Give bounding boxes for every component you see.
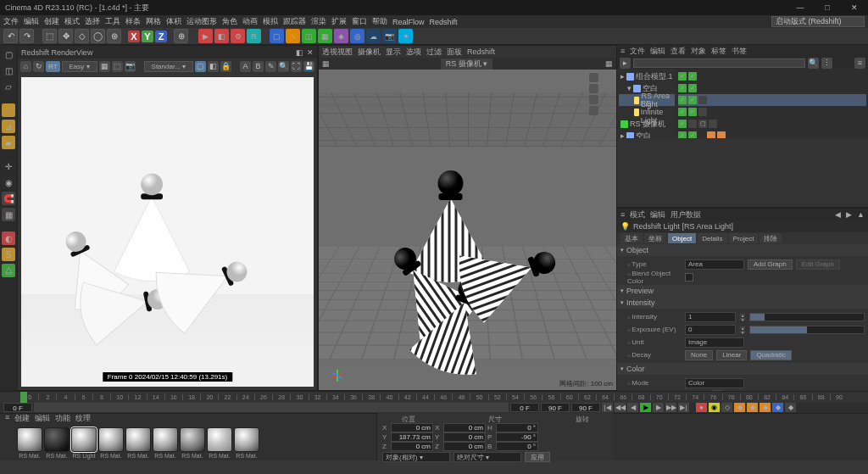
menu-item[interactable]: 网格 — [146, 16, 161, 27]
cube-icon[interactable]: ▢ — [270, 29, 284, 43]
attr-nav-up-icon[interactable]: ▲ — [857, 210, 865, 219]
menu-item[interactable]: 窗口 — [352, 16, 367, 27]
vp-menu-item[interactable]: 透视视图 — [322, 47, 353, 58]
material-preview[interactable] — [17, 427, 42, 452]
vp-menu-item[interactable]: Redshift — [467, 47, 495, 56]
polys-mode-button[interactable]: ▰ — [2, 136, 15, 149]
blend-checkbox[interactable] — [685, 273, 693, 282]
minimize-button[interactable]: — — [792, 3, 809, 12]
axis-gizmo[interactable] — [324, 360, 349, 385]
om-collapse-icon[interactable]: ▸ — [620, 58, 631, 69]
panel-undock-icon[interactable]: ◧ — [296, 48, 303, 57]
viewport-canvas[interactable]: 网格间距: 100 cm — [319, 70, 616, 390]
field-icon[interactable]: ◎ — [350, 29, 364, 43]
color-picker-icon[interactable]: ✎ — [712, 390, 723, 391]
material-preview[interactable] — [207, 427, 232, 452]
coord-mode-dropdown[interactable]: 对象(相对) ▾ — [382, 452, 450, 462]
material-item[interactable]: RS Mat. — [17, 427, 42, 459]
layout-dropdown[interactable]: 启动版式 (Redshift) — [771, 16, 865, 27]
record-button[interactable]: ● — [696, 403, 707, 412]
attr-tab[interactable]: 基本 — [620, 233, 643, 243]
section-preview[interactable]: Preview — [617, 285, 868, 297]
layer-icon[interactable]: ≡ — [854, 58, 865, 69]
type-dropdown[interactable]: Area — [685, 259, 744, 270]
autokey-button[interactable]: ◉ — [709, 403, 720, 412]
coord-input[interactable]: 0 cm — [391, 442, 433, 451]
material-item[interactable]: RS Mat. — [44, 427, 70, 459]
object-manager[interactable]: ▸组合模型.1 ▾空白 RS Area Light RS Infinite Li… — [617, 69, 868, 138]
rv-pick-icon[interactable]: ✎ — [265, 61, 276, 72]
start-frame-input[interactable]: 0 F — [3, 403, 32, 412]
coord-input[interactable]: -90 ° — [496, 432, 538, 442]
edges-mode-button[interactable]: ⊿ — [2, 120, 15, 133]
attr-tab[interactable]: Object — [668, 233, 696, 243]
render-view-canvas[interactable]: Frame 0 2024/02/15 12:40:59 (13.291s) — [21, 77, 314, 387]
menu-item[interactable]: 创建 — [44, 16, 59, 27]
size-mode-dropdown[interactable]: 绝对尺寸 ▾ — [453, 452, 521, 462]
symmetry-button[interactable]: ⧋ — [2, 264, 15, 277]
vp-menu-item[interactable]: 过滤 — [426, 47, 442, 58]
workplane-button[interactable]: ▱ — [2, 80, 15, 93]
menu-item[interactable]: 模式 — [64, 16, 80, 27]
coord-input[interactable]: 0 cm — [443, 432, 486, 442]
material-preview[interactable] — [71, 427, 97, 452]
om-menu-item[interactable]: 编辑 — [650, 46, 665, 57]
menu-item[interactable]: 选择 — [85, 16, 100, 27]
material-preview[interactable] — [44, 427, 70, 452]
decay-linear[interactable]: Linear — [716, 350, 747, 360]
play-button[interactable]: ▶ — [640, 403, 651, 412]
material-preview[interactable] — [180, 427, 205, 452]
coord-input[interactable]: 0 ° — [496, 442, 538, 451]
key-pos-button[interactable]: ◆ — [734, 403, 745, 412]
go-start-button[interactable]: |◀ — [602, 403, 613, 412]
quad-view-icon[interactable]: ▦ — [322, 59, 330, 68]
scale-tool[interactable]: ◇ — [75, 29, 89, 43]
viewport-camera-tab[interactable]: RS 摄像机 ▾ — [441, 59, 493, 70]
rv-a-icon[interactable]: A — [240, 61, 251, 72]
material-item[interactable]: RS Mat. — [125, 427, 151, 459]
attr-menu-item[interactable]: 用户数据 — [670, 209, 701, 220]
render-button[interactable]: ▶ — [198, 29, 213, 43]
attr-tab[interactable]: 坐标 — [644, 233, 666, 243]
rv-snapshot-icon[interactable]: 📷 — [125, 61, 136, 72]
menu-item[interactable]: 运动图形 — [186, 16, 217, 27]
rv-rt-button[interactable]: RT — [46, 61, 60, 72]
rv-region-icon[interactable]: ⬚ — [112, 61, 123, 72]
material-preview[interactable] — [234, 427, 259, 452]
object-row[interactable]: ▸组合模型.1 — [619, 70, 675, 82]
colormode-dropdown[interactable]: Color — [685, 378, 744, 388]
coord-input[interactable]: 0 cm — [391, 423, 433, 432]
menu-item[interactable]: 文件 — [3, 16, 19, 27]
material-item[interactable]: RS Mat. — [153, 427, 178, 459]
spline-icon[interactable]: ∿ — [286, 29, 300, 43]
coord-sys-button[interactable]: ⊕ — [174, 29, 188, 43]
menu-item[interactable]: 角色 — [222, 16, 237, 27]
vp-menu-item[interactable]: 面板 — [447, 47, 462, 58]
rv-save-icon[interactable]: 💾 — [303, 61, 314, 72]
menu-item[interactable]: 渲染 — [311, 16, 326, 27]
rv-opt2-icon[interactable]: ◧ — [208, 61, 219, 72]
rv-refresh-icon[interactable]: ↻ — [33, 61, 44, 72]
vp-menu-item[interactable]: 摄像机 — [358, 47, 381, 58]
menu-item[interactable]: 帮助 — [372, 16, 387, 27]
rv-zoom-icon[interactable]: 🔍 — [278, 61, 289, 72]
om-menu-item[interactable]: 书签 — [732, 46, 747, 57]
timeline-range[interactable] — [34, 403, 509, 412]
prev-key-button[interactable]: ◀◀ — [615, 403, 626, 412]
exposure-input[interactable]: 0 — [685, 325, 736, 335]
rv-lock-icon[interactable]: 🔒 — [220, 61, 231, 72]
intensity-slider[interactable] — [749, 313, 865, 321]
add-graph-button[interactable]: Add Graph — [748, 259, 793, 270]
menu-item[interactable]: 体积 — [166, 16, 181, 27]
total-frame-input[interactable]: 90 F — [571, 403, 600, 412]
points-mode-button[interactable]: ⋮ — [2, 103, 15, 117]
generator-icon[interactable]: ◫ — [302, 29, 316, 43]
attr-nav-back-icon[interactable]: ◀ — [835, 210, 841, 219]
attr-tab[interactable]: Project — [729, 233, 759, 243]
menu-item[interactable]: 跟踪器 — [283, 16, 306, 27]
timeline-ruler[interactable]: /* ticks rendered below by script*/ 0246… — [0, 392, 868, 403]
recent-tool[interactable]: ⊛ — [107, 29, 121, 43]
end-frame-input[interactable]: 90 F — [541, 403, 570, 412]
om-menu-item[interactable]: 对象 — [691, 46, 706, 57]
section-object[interactable]: Object — [617, 244, 868, 256]
